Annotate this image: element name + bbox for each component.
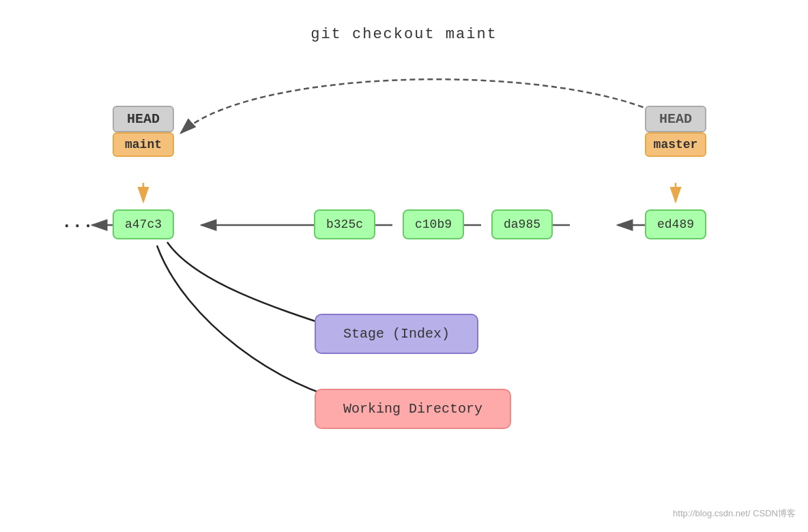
watermark: http://blog.csdn.net/ CSDN博客	[673, 507, 796, 520]
commit-a47c3: a47c3	[113, 209, 174, 239]
working-directory-box: Working Directory	[315, 389, 511, 429]
diagram-container: git checkout maint	[0, 0, 808, 532]
head-left-label: HEAD	[113, 106, 174, 132]
commit-ed489: ed489	[645, 209, 706, 239]
ellipsis: ···	[61, 216, 93, 236]
head-right: HEAD master	[645, 106, 706, 157]
diagram-title: git checkout maint	[311, 26, 497, 43]
branch-master: master	[645, 132, 706, 157]
commit-c10b9: c10b9	[403, 209, 464, 239]
head-right-label: HEAD	[645, 106, 706, 132]
branch-maint: maint	[113, 132, 174, 157]
stage-box: Stage (Index)	[315, 314, 478, 354]
commit-da985: da985	[491, 209, 553, 239]
commit-b325c: b325c	[314, 209, 375, 239]
head-left: HEAD maint	[113, 106, 174, 157]
arrows-svg	[0, 0, 808, 532]
